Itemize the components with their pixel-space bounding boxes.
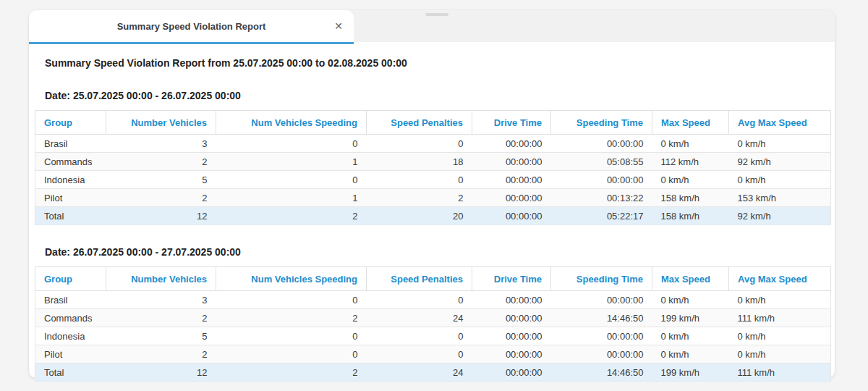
value-cell: 00:00:00 [472,135,551,153]
tab-close-button[interactable]: ✕ [331,18,346,34]
value-cell: 0 km/h [652,135,729,153]
group-cell: Brasil [35,291,106,309]
value-cell: 0 [216,135,367,153]
value-cell: 24 [367,309,472,327]
drag-handle[interactable] [425,13,448,16]
table-row: Commands222400:00:0014:46:50199 km/h111 … [35,309,831,327]
value-cell: 0 km/h [729,327,831,345]
total-label-cell: Total [35,363,106,382]
group-cell: Indonesia [35,171,106,189]
column-header: Group [35,111,106,135]
tab-active-indicator [29,42,354,44]
column-header: Group [35,267,106,291]
tab-summary-speed-violation-report[interactable]: Summary Speed Violation Report ✕ [29,10,354,42]
value-cell: 18 [367,153,472,171]
value-cell: 1 [216,153,367,171]
total-row: Total1222000:00:0005:22:17158 km/h92 km/… [35,207,831,225]
group-cell: Pilot [35,345,106,363]
column-header: Speed Penalties [367,267,472,291]
value-cell: 2 [106,189,216,207]
value-cell: 0 [367,327,472,345]
date-heading: Date: 26.07.2025 00:00 - 27.07.2025 00:0… [45,246,835,258]
group-cell: Brasil [35,135,106,153]
table-header-row: GroupNumber VehiclesNum Vehicles Speedin… [35,267,831,291]
value-cell: 00:00:00 [472,153,551,171]
value-cell: 0 [367,291,472,309]
value-cell: 00:13:22 [551,189,652,207]
value-cell: 0 [216,345,367,363]
total-value-cell: 2 [216,363,367,382]
value-cell: 153 km/h [729,189,831,207]
value-cell: 14:46:50 [551,309,652,327]
column-header: Number Vehicles [106,111,216,135]
column-header: Max Speed [652,267,729,291]
value-cell: 0 km/h [729,291,831,309]
total-value-cell: 111 km/h [729,363,831,382]
close-icon: ✕ [334,20,343,32]
value-cell: 00:00:00 [472,345,551,363]
value-cell: 3 [106,291,216,309]
value-cell: 111 km/h [729,309,831,327]
value-cell: 0 km/h [729,345,831,363]
column-header: Avg Max Speed [729,267,831,291]
column-header: Speeding Time [551,111,652,135]
value-cell: 2 [106,153,216,171]
total-value-cell: 05:22:17 [551,207,652,225]
table-row: Indonesia50000:00:0000:00:000 km/h0 km/h [35,171,831,189]
group-cell: Pilot [35,189,106,207]
value-cell: 0 km/h [652,171,729,189]
group-cell: Commands [35,309,106,327]
total-row: Total1222400:00:0014:46:50199 km/h111 km… [35,363,831,382]
table-row: Pilot21200:00:0000:13:22158 km/h153 km/h [35,189,831,207]
violation-table-1: GroupNumber VehiclesNum Vehicles Speedin… [35,110,831,225]
total-label-cell: Total [35,207,106,225]
total-value-cell: 00:00:00 [472,207,551,225]
value-cell: 00:00:00 [551,135,652,153]
value-cell: 00:00:00 [551,291,652,309]
total-value-cell: 00:00:00 [472,363,551,382]
value-cell: 00:00:00 [472,327,551,345]
value-cell: 158 km/h [652,189,729,207]
table-header-row: GroupNumber VehiclesNum Vehicles Speedin… [35,111,831,135]
value-cell: 0 km/h [652,327,729,345]
column-header: Speeding Time [551,267,652,291]
date-heading: Date: 25.07.2025 00:00 - 26.07.2025 00:0… [45,90,835,101]
value-cell: 0 km/h [652,291,729,309]
total-value-cell: 12 [106,363,216,382]
total-value-cell: 2 [216,207,367,225]
value-cell: 199 km/h [652,309,729,327]
table-row: Brasil30000:00:0000:00:000 km/h0 km/h [35,135,831,153]
value-cell: 0 [367,345,472,363]
value-cell: 0 [216,291,367,309]
value-cell: 00:00:00 [551,171,652,189]
value-cell: 0 km/h [729,171,831,189]
value-cell: 0 [367,135,472,153]
value-cell: 112 km/h [652,153,729,171]
total-value-cell: 12 [106,207,216,225]
column-header: Number Vehicles [106,267,216,291]
total-value-cell: 24 [367,363,472,382]
violation-table-2: GroupNumber VehiclesNum Vehicles Speedin… [35,266,831,382]
value-cell: 2 [106,309,216,327]
table-row: Pilot20000:00:0000:00:000 km/h0 km/h [35,345,831,363]
total-value-cell: 92 km/h [729,207,831,225]
total-value-cell: 14:46:50 [551,363,652,382]
value-cell: 0 km/h [729,135,831,153]
value-cell: 1 [216,189,367,207]
value-cell: 2 [216,309,367,327]
value-cell: 00:00:00 [472,291,551,309]
total-value-cell: 199 km/h [652,363,729,382]
value-cell: 0 [367,171,472,189]
value-cell: 00:00:00 [551,327,652,345]
group-cell: Indonesia [35,327,106,345]
value-cell: 00:00:00 [472,171,551,189]
column-header: Drive Time [472,267,551,291]
column-header: Num Vehicles Speeding [216,111,367,135]
value-cell: 2 [367,189,472,207]
value-cell: 92 km/h [729,153,831,171]
value-cell: 3 [106,135,216,153]
report-window: Summary Speed Violation Report ✕ Summary… [29,10,835,378]
value-cell: 00:00:00 [551,345,652,363]
report-title: Summary Speed Violation Report from 25.0… [45,57,835,69]
table-row: Brasil30000:00:0000:00:000 km/h0 km/h [35,291,831,309]
